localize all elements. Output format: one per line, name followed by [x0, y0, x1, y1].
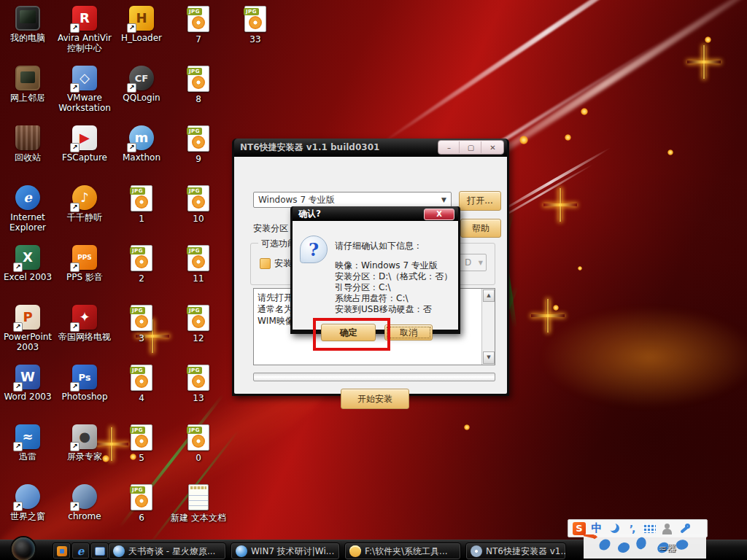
desktop-icon-internet-explorer[interactable]: eInternet Explorer: [0, 185, 56, 233]
open-button[interactable]: 打开...: [459, 191, 501, 211]
cancel-button[interactable]: 取消: [384, 324, 433, 341]
ok-button[interactable]: 确定: [321, 324, 376, 341]
desktop-icon-empire-tv[interactable]: ✦↗帝国网络电视: [56, 305, 113, 342]
desktop-icon-label: 1: [113, 214, 170, 224]
scroll-up-button[interactable]: ▲: [483, 289, 495, 302]
desktop-icon-jpg-3[interactable]: JPG3: [113, 305, 170, 343]
desktop-icon-jpg-5[interactable]: JPG5: [113, 424, 170, 463]
quick-launch-show-desktop-icon[interactable]: [53, 542, 71, 559]
desktop-icon-pps-player[interactable]: PPS↗PPS 影音: [56, 245, 113, 282]
shortcut-arrow-icon: ↗: [70, 23, 80, 33]
confirm-close-button[interactable]: X: [424, 209, 454, 220]
jpg-13-icon: JPG: [187, 365, 209, 391]
desktop-icon-chrome[interactable]: ↗chrome: [56, 484, 113, 521]
internet-explorer-icon: e: [15, 185, 40, 210]
desktop-icon-label: chrome: [56, 511, 113, 521]
desktop-icon-jpg-6[interactable]: JPG6: [113, 484, 170, 523]
start-install-button[interactable]: 开始安装: [341, 389, 409, 409]
desktop-icon-photoshop[interactable]: Ps↗Photoshop: [56, 365, 113, 402]
help-button[interactable]: 帮助: [460, 219, 501, 238]
desktop-icon-jpg-4[interactable]: JPG4: [113, 365, 170, 403]
desktop-icon-jpg-8[interactable]: JPG8: [170, 66, 227, 104]
fullhalf-moon-icon[interactable]: [608, 522, 621, 535]
desktop-icon-recycle-bin[interactable]: 回收站: [0, 125, 56, 163]
desktop-icon-screen-recorder[interactable]: ●↗屏录专家: [56, 424, 113, 462]
jpg-2-icon: JPG: [131, 245, 152, 271]
confirm-titlebar[interactable]: 确认? X: [293, 206, 458, 221]
desktop-icon-label: Internet Explorer: [0, 212, 56, 233]
desktop-icon-jpg-12[interactable]: JPG12: [170, 305, 227, 343]
task-nt6-installer[interactable]: NT6快捷安装器 v1...: [465, 542, 566, 560]
user-icon[interactable]: [660, 522, 673, 535]
h-loader-icon: H↗: [129, 6, 154, 31]
desktop-icon-jpg-2[interactable]: JPG2: [113, 245, 170, 284]
vmware-workstation-icon: ◇↗: [72, 66, 97, 90]
powerpoint-2003-icon: P↗: [15, 305, 40, 330]
language-bar-ghost: [584, 534, 706, 559]
shortcut-arrow-icon: ↗: [70, 203, 80, 212]
desktop-icon-label: 4: [113, 393, 170, 403]
maxthon-icon: [236, 545, 247, 557]
close-button[interactable]: ✕: [483, 141, 503, 153]
desktop-icon-label: 10: [170, 214, 227, 224]
desktop-icon-label: 新建 文本文档: [170, 513, 227, 523]
desktop-icon-qq-login[interactable]: CF↗QQLogin: [113, 66, 170, 103]
desktop-icon-label: 8: [170, 94, 227, 104]
start-button[interactable]: [12, 537, 35, 560]
desktop-icon-network-places[interactable]: 网上邻居: [0, 66, 56, 103]
desktop-icon-jpg-33[interactable]: JPG33: [227, 6, 284, 44]
task-win7-forum[interactable]: WIN7 技术研讨|Wi...: [231, 542, 340, 560]
desktop-icon-jpg-11[interactable]: JPG11: [170, 245, 227, 284]
soft-keyboard-icon[interactable]: [643, 524, 656, 533]
desktop-icon-powerpoint-2003[interactable]: P↗PowerPoint 2003: [0, 305, 56, 352]
desktop-icon-jpg-7[interactable]: JPG7: [170, 6, 227, 44]
desktop-icon-fscapture[interactable]: ▶↗FSCapture: [56, 125, 113, 163]
globe-icon: [113, 545, 125, 557]
desktop-icon-word-2003[interactable]: W↗Word 2003: [0, 365, 56, 402]
task-explorer[interactable]: F:\软件夹\系统工具...: [344, 542, 461, 560]
desktop-icon-label: 迅雷: [0, 451, 56, 462]
maximize-button[interactable]: ▢: [461, 141, 481, 153]
image-select[interactable]: Windows 7 专业版 ▼: [253, 192, 452, 208]
desktop-icon-my-computer[interactable]: 我的电脑: [0, 6, 56, 43]
window-titlebar[interactable]: NT6快捷安装器 v1.1 build0301 – ▢ ✕: [234, 139, 507, 157]
desktop-icon-ttplayer[interactable]: ♪↗千千静听: [56, 185, 113, 222]
desktop-icon-world-window[interactable]: ↗世界之窗: [0, 484, 56, 521]
quick-launch-window-app-icon[interactable]: [90, 542, 109, 559]
desktop-icon-jpg-0[interactable]: JPG0: [170, 424, 227, 463]
desktop-icon-maxthon[interactable]: m↗Maxthon: [113, 125, 170, 163]
shortcut-arrow-icon: ↗: [13, 322, 23, 332]
progress-bar: [253, 373, 495, 381]
sogou-icon[interactable]: S: [573, 522, 586, 535]
scroll-down-button[interactable]: ▼: [483, 351, 495, 364]
desktop-icon-jpg-13[interactable]: JPG13: [170, 365, 227, 403]
punctuation-icon[interactable]: ’,: [625, 522, 638, 535]
desktop-icon-jpg-1[interactable]: JPG1: [113, 185, 170, 224]
drive-select[interactable]: D ▼: [459, 254, 487, 271]
chinese-mode-icon[interactable]: 中: [590, 522, 603, 535]
desktop-icon-label: PPS 影音: [56, 272, 113, 282]
desktop-icon-jpg-9[interactable]: JPG9: [170, 125, 227, 164]
scrollbar-track[interactable]: ▲ ▼: [481, 289, 495, 365]
desktop-icon-label: 13: [170, 393, 227, 403]
desktop-icon-new-text-document[interactable]: 新建 文本文档: [170, 484, 227, 523]
task-tianshu[interactable]: 天书奇谈 - 星火燎原...: [108, 542, 226, 560]
desktop-icon-h-loader[interactable]: H↗H_Loader: [113, 6, 170, 43]
jpg-0-icon: JPG: [187, 424, 209, 451]
desktop-icon-avira-antivir[interactable]: R↗Avira AntiVir 控制中心: [56, 6, 113, 53]
message-text: 请先打开 通常名为 WIM映像: [258, 292, 294, 327]
desktop-icon-excel-2003[interactable]: X↗Excel 2003: [0, 245, 56, 282]
jpg-6-icon: JPG: [131, 484, 152, 510]
desktop-icon-jpg-10[interactable]: JPG10: [170, 185, 227, 224]
minimize-button[interactable]: –: [439, 141, 460, 153]
window-title: NT6快捷安装器 v1.1 build0301: [234, 141, 379, 154]
install-checkbox[interactable]: [260, 258, 271, 269]
xunlei-icon: ≈↗: [15, 424, 40, 449]
desktop-icon-xunlei[interactable]: ≈↗迅雷: [0, 424, 56, 462]
desktop-icon-label: 3: [113, 333, 170, 343]
recycle-bin-icon: [15, 125, 40, 150]
desktop-icon-vmware-workstation[interactable]: ◇↗VMware Workstation: [56, 66, 113, 113]
wrench-icon[interactable]: [678, 522, 691, 535]
desktop-icon-label: 2: [113, 273, 170, 284]
quick-launch-internet-explorer-icon[interactable]: e: [71, 542, 90, 559]
